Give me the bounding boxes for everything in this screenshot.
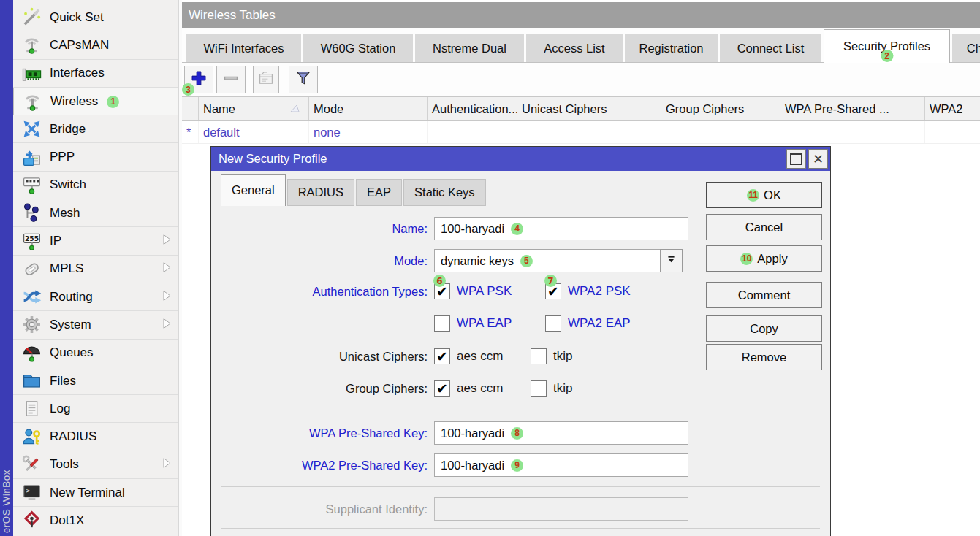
unicast-aes-ccm-label: aes ccm bbox=[457, 349, 503, 364]
sidebar-item-wireless[interactable]: Wireless 1 bbox=[13, 88, 178, 115]
remove-button[interactable]: Remove bbox=[706, 344, 822, 370]
antenna-icon bbox=[18, 91, 46, 112]
sidebar-item-tools[interactable]: Tools bbox=[13, 451, 178, 479]
apply-button[interactable]: 10 Apply bbox=[706, 245, 822, 272]
tab-registration[interactable]: Registration bbox=[625, 34, 718, 62]
mode-select[interactable]: dynamic keys 5 bbox=[434, 249, 663, 272]
column-wpa-pre-shared[interactable]: WPA Pre-Shared ... bbox=[780, 97, 925, 120]
unicast-tkip-checkbox[interactable] bbox=[531, 348, 547, 364]
filter-button[interactable] bbox=[289, 66, 318, 93]
sidebar-item-new-terminal[interactable]: >_ New Terminal bbox=[13, 479, 178, 507]
submenu-arrow-icon bbox=[163, 318, 171, 332]
mpls-icon bbox=[18, 258, 45, 280]
column-name[interactable]: Name bbox=[199, 97, 309, 120]
maximize-button[interactable] bbox=[786, 149, 806, 169]
tab-security-profiles[interactable]: Security Profiles 2 bbox=[824, 29, 950, 63]
sidebar-item-log[interactable]: Log bbox=[13, 395, 178, 423]
wpa-psk-checkbox[interactable]: ✔ 6 bbox=[434, 283, 450, 299]
toolbar: 3 bbox=[182, 63, 980, 96]
column-label: Authentication... bbox=[432, 102, 517, 116]
sidebar-item-bridge[interactable]: Bridge bbox=[13, 115, 178, 143]
column-authentication[interactable]: Authentication... bbox=[428, 97, 517, 120]
group-tkip-checkbox[interactable] bbox=[531, 380, 547, 397]
row-wpa-pre-shared bbox=[780, 121, 925, 143]
gauge-icon bbox=[18, 342, 45, 364]
wpa2-key-input[interactable]: 100-haryadi 9 bbox=[434, 453, 688, 477]
group-aes-ccm-label: aes ccm bbox=[457, 381, 503, 396]
comment-button[interactable]: Comment bbox=[706, 282, 822, 308]
wpa-eap-checkbox[interactable] bbox=[434, 315, 450, 332]
sidebar-item-label: CAPsMAN bbox=[50, 38, 109, 53]
comment-button[interactable] bbox=[253, 66, 279, 93]
remove-button[interactable] bbox=[216, 66, 246, 93]
sidebar-item-interfaces[interactable]: Interfaces bbox=[13, 60, 178, 88]
cancel-button[interactable]: Cancel bbox=[706, 214, 822, 240]
sidebar-item-system[interactable]: System bbox=[13, 311, 178, 339]
close-button[interactable]: ✕ bbox=[808, 149, 828, 169]
dialog-tab-radius[interactable]: RADIUS bbox=[287, 179, 354, 206]
switch-icon bbox=[18, 174, 45, 196]
sidebar-item-mesh[interactable]: Mesh bbox=[13, 199, 178, 227]
group-aes-ccm-checkbox[interactable]: ✔ bbox=[434, 380, 450, 397]
sidebar-item-switch[interactable]: Switch bbox=[13, 172, 178, 199]
copy-button[interactable]: Copy bbox=[706, 315, 822, 342]
mode-dropdown-button[interactable] bbox=[660, 249, 683, 272]
ok-button[interactable]: 11 OK bbox=[706, 182, 822, 208]
sidebar-item-ppp[interactable]: PPP bbox=[13, 143, 178, 171]
sidebar: Quick Set CAPsMAN Interfaces Wireless 1 … bbox=[13, 0, 179, 536]
annotation-badge-9: 9 bbox=[511, 459, 523, 472]
group-ciphers-label: Group Ciphers: bbox=[211, 380, 428, 397]
unicast-tkip-label: tkip bbox=[553, 349, 572, 364]
name-input[interactable]: 100-haryadi 4 bbox=[434, 217, 688, 240]
sidebar-item-radius[interactable]: RADIUS bbox=[13, 423, 178, 451]
new-security-profile-dialog: New Security Profile ✕ General RADIUS EA… bbox=[210, 146, 831, 536]
note-icon bbox=[257, 69, 275, 90]
sidebar-item-label: Tools bbox=[50, 457, 79, 472]
tab-label: General bbox=[232, 183, 275, 197]
add-button[interactable]: 3 bbox=[184, 66, 213, 93]
user-key-icon bbox=[18, 426, 45, 448]
sidebar-item-files[interactable]: Files bbox=[13, 367, 178, 395]
wpa2-eap-checkbox[interactable] bbox=[545, 315, 561, 332]
tab-channels[interactable]: Cha bbox=[952, 34, 980, 62]
left-rail: erOS WinBox bbox=[0, 0, 13, 536]
tab-access-list[interactable]: Access List bbox=[526, 34, 623, 62]
tab-label: Static Keys bbox=[414, 185, 475, 199]
tab-w60g-station[interactable]: W60G Station bbox=[303, 34, 413, 62]
sidebar-item-dot1x[interactable]: Dot1X bbox=[13, 507, 178, 535]
sidebar-item-queues[interactable]: Queues bbox=[13, 340, 178, 367]
sidebar-item-label: Wireless bbox=[50, 94, 98, 109]
tab-wifi-interfaces[interactable]: WiFi Interfaces bbox=[186, 34, 301, 62]
tab-nstreme-dual[interactable]: Nstreme Dual bbox=[415, 34, 524, 62]
sidebar-item-quick-set[interactable]: Quick Set bbox=[13, 4, 178, 31]
column-group-ciphers[interactable]: Group Ciphers bbox=[661, 97, 780, 120]
dialog-tab-general[interactable]: General bbox=[221, 174, 286, 206]
wpa-key-input[interactable]: 100-haryadi 8 bbox=[434, 421, 688, 445]
submenu-arrow-icon bbox=[163, 262, 171, 276]
tab-label: EAP bbox=[367, 185, 391, 199]
dialog-tab-static-keys[interactable]: Static Keys bbox=[403, 179, 486, 206]
window-titlebar[interactable]: Wireless Tables bbox=[182, 2, 980, 28]
sidebar-item-capsman[interactable]: CAPsMAN bbox=[13, 31, 178, 59]
sidebar-item-ip[interactable]: 255 IP bbox=[13, 227, 178, 255]
gear-icon bbox=[18, 314, 45, 336]
button-label: Remove bbox=[742, 351, 786, 364]
column-mode[interactable]: Mode bbox=[309, 97, 428, 120]
button-label: Comment bbox=[738, 288, 791, 302]
dialog-titlebar[interactable]: New Security Profile ✕ bbox=[211, 147, 830, 171]
unicast-aes-ccm-checkbox[interactable]: ✔ bbox=[434, 348, 450, 364]
dialog-tab-eap[interactable]: EAP bbox=[356, 179, 402, 206]
wpa-key-label: WPA Pre-Shared Key: bbox=[211, 421, 428, 445]
row-unicast-ciphers bbox=[517, 121, 661, 143]
wpa2-psk-checkbox[interactable]: ✔ 7 bbox=[545, 283, 561, 299]
column-unicast-ciphers[interactable]: Unicast Ciphers bbox=[517, 97, 661, 120]
row-name: default bbox=[199, 121, 309, 143]
tab-connect-list[interactable]: Connect List bbox=[720, 34, 821, 62]
wand-icon bbox=[18, 7, 45, 28]
sidebar-item-mpls[interactable]: MPLS bbox=[13, 256, 178, 283]
sidebar-item-routing[interactable]: Routing bbox=[13, 283, 178, 311]
table-row[interactable]: * default none bbox=[182, 121, 980, 144]
table-header: Name Mode Authentication... Unicast Ciph… bbox=[182, 96, 980, 121]
column-wpa2[interactable]: WPA2 bbox=[925, 97, 980, 120]
dropdown-arrow-icon bbox=[666, 254, 676, 267]
